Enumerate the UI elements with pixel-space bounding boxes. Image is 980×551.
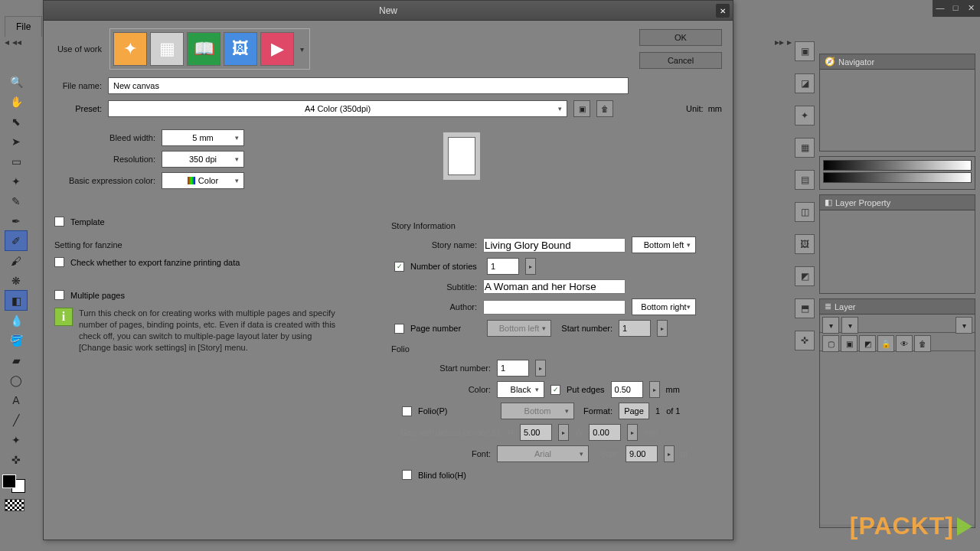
layer-act-1-icon[interactable]: ▢	[822, 335, 839, 352]
use-book-icon[interactable]: 📖	[187, 32, 220, 66]
preset-save-button[interactable]: ▣	[573, 100, 590, 117]
put-edges-checkbox[interactable]	[550, 385, 560, 395]
nav-left-icon[interactable]: ◂	[5, 37, 9, 52]
author-position-select[interactable]: Bottom right	[632, 298, 696, 315]
layer-act-4-icon[interactable]: 🔒	[877, 335, 894, 352]
gradient-strip-1[interactable]	[823, 160, 972, 171]
eraser-tool-icon[interactable]: ◧	[5, 290, 28, 311]
gradient-tool-icon[interactable]: ▰	[5, 350, 28, 370]
preset-delete-button[interactable]: 🗑	[596, 100, 613, 117]
dock-btn-3-icon[interactable]: ✦	[795, 106, 815, 126]
author-input[interactable]	[483, 300, 626, 315]
cancel-button[interactable]: Cancel	[639, 52, 722, 69]
preset-select[interactable]: A4 Color (350dpi)▾	[108, 100, 567, 117]
story-name-position-select[interactable]: Bottom left	[632, 236, 696, 253]
folio-start-stepper[interactable]: ▸	[535, 360, 546, 377]
folio-p-checkbox[interactable]	[402, 406, 412, 416]
num-stories-stepper[interactable]: ▸	[525, 258, 536, 275]
hand-tool-icon[interactable]: ✋	[5, 91, 28, 112]
story-name-input[interactable]	[483, 238, 626, 253]
decoration-tool-icon[interactable]: ❋	[5, 270, 28, 291]
color-swatch[interactable]	[2, 474, 25, 493]
subtitle-input[interactable]	[483, 279, 626, 294]
layer-act-6-icon[interactable]: 🗑	[914, 335, 931, 352]
dock-btn-2-icon[interactable]: ◪	[795, 73, 815, 93]
move-tool-icon[interactable]: ⬉	[5, 111, 28, 132]
brush-tool-icon[interactable]: ✎	[5, 191, 28, 211]
blend-tool-icon[interactable]: 💧	[5, 310, 28, 331]
fill-tool-icon[interactable]: 🪣	[5, 330, 28, 350]
file-name-input[interactable]	[108, 77, 629, 94]
layer-tb-1-icon[interactable]: ▾	[822, 317, 839, 334]
dock-btn-6-icon[interactable]: ◫	[795, 202, 815, 222]
use-animation-icon[interactable]: ▶	[260, 32, 294, 66]
dock-btn-10-icon[interactable]: ✜	[795, 331, 815, 350]
fanzine-section-title: Setting for fanzine	[54, 240, 376, 249]
num-stories-input[interactable]	[487, 258, 519, 275]
eyedropper-tool-icon[interactable]: ✜	[5, 449, 28, 470]
gap-h-input	[520, 424, 552, 441]
resolution-select[interactable]: 350 dpi	[162, 151, 244, 168]
minimize-button[interactable]: —	[934, 2, 946, 15]
right-dock: ▣ ◪ ✦ ▦ ▤ ◫ 🖼 ◩ ⬒ ✜ 🧭Navigator ◧Layer Pr…	[795, 37, 980, 551]
story-name-label: Story name:	[391, 240, 477, 249]
author-label: Author:	[391, 302, 477, 311]
dialog-close-button[interactable]: ✕	[716, 4, 730, 18]
layer-act-3-icon[interactable]: ◩	[859, 335, 876, 352]
layer-tb-2-icon[interactable]: ▾	[841, 317, 858, 334]
correct-tool-icon[interactable]: ✦	[5, 429, 28, 450]
nav-dleft-icon[interactable]: ◂◂	[12, 37, 21, 52]
gradient-strip-2[interactable]	[823, 172, 972, 183]
use-illustration-icon[interactable]: ✦	[113, 32, 147, 66]
dock-btn-9-icon[interactable]: ⬒	[795, 298, 815, 318]
layer-act-5-icon[interactable]: 👁	[896, 335, 913, 352]
magnify-tool-icon[interactable]: 🔍	[5, 71, 28, 92]
gradient-strip-panel[interactable]	[819, 156, 975, 190]
num-stories-checkbox[interactable]	[394, 262, 404, 272]
folio-color-label: Color:	[391, 385, 491, 394]
layer-act-2-icon[interactable]: ▣	[841, 335, 858, 352]
expression-color-label: Basic expression color:	[54, 176, 155, 185]
close-window-button[interactable]: ✕	[965, 2, 977, 15]
nav-right-icon[interactable]: ▸	[787, 37, 792, 47]
multiple-pages-checkbox[interactable]	[54, 290, 64, 300]
menu-file[interactable]: File	[5, 16, 42, 37]
dock-btn-1-icon[interactable]: ▣	[795, 41, 815, 61]
put-edges-stepper[interactable]: ▸	[649, 381, 660, 398]
dock-btn-7-icon[interactable]: 🖼	[795, 234, 815, 254]
nav-dright-icon[interactable]: ▸▸	[775, 37, 784, 47]
use-print-icon[interactable]: 🖼	[224, 32, 257, 66]
dialog-titlebar[interactable]: New ✕	[44, 1, 733, 21]
folio-start-input[interactable]	[497, 360, 529, 377]
use-comic-icon[interactable]: ▦	[150, 32, 184, 66]
bleed-width-select[interactable]: 5 mm	[162, 129, 244, 146]
line-tool-icon[interactable]: ╱	[5, 409, 28, 430]
blind-folio-checkbox[interactable]	[402, 470, 412, 480]
ok-button[interactable]: OK	[639, 29, 722, 46]
put-edges-input[interactable]	[611, 381, 643, 398]
layer-tb-3-icon[interactable]: ▾	[956, 317, 972, 334]
airbrush-tool-icon[interactable]: 🖌	[5, 250, 28, 271]
use-dropdown-icon[interactable]: ▾	[297, 32, 306, 66]
unit-value[interactable]: mm	[708, 104, 722, 113]
transparency-swatch-icon[interactable]	[5, 499, 24, 511]
text-tool-icon[interactable]: A	[5, 390, 28, 410]
marquee-tool-icon[interactable]: ▭	[5, 151, 28, 171]
layer-prop-icon: ◧	[825, 197, 832, 207]
template-checkbox[interactable]	[54, 217, 64, 227]
dock-btn-5-icon[interactable]: ▤	[795, 170, 815, 190]
new-dialog: New ✕ Use of work ✦ ▦ 📖 🖼 ▶ ▾ OK Cancel …	[43, 0, 733, 540]
maximize-button[interactable]: □	[949, 2, 962, 15]
fanzine-checkbox[interactable]	[54, 257, 64, 267]
fg-color-icon[interactable]	[2, 474, 16, 488]
dock-btn-4-icon[interactable]: ▦	[795, 138, 815, 158]
folio-color-select[interactable]: Black	[497, 381, 544, 398]
page-number-checkbox[interactable]	[394, 324, 404, 334]
dock-btn-8-icon[interactable]: ◩	[795, 266, 815, 286]
pencil-tool-icon[interactable]: ✐	[5, 230, 28, 251]
pen-tool-icon[interactable]: ✒	[5, 210, 28, 231]
expression-color-select[interactable]: Color	[162, 172, 244, 189]
figure-tool-icon[interactable]: ◯	[5, 370, 28, 390]
wand-tool-icon[interactable]: ✦	[5, 171, 28, 191]
operation-tool-icon[interactable]: ➤	[5, 131, 28, 152]
